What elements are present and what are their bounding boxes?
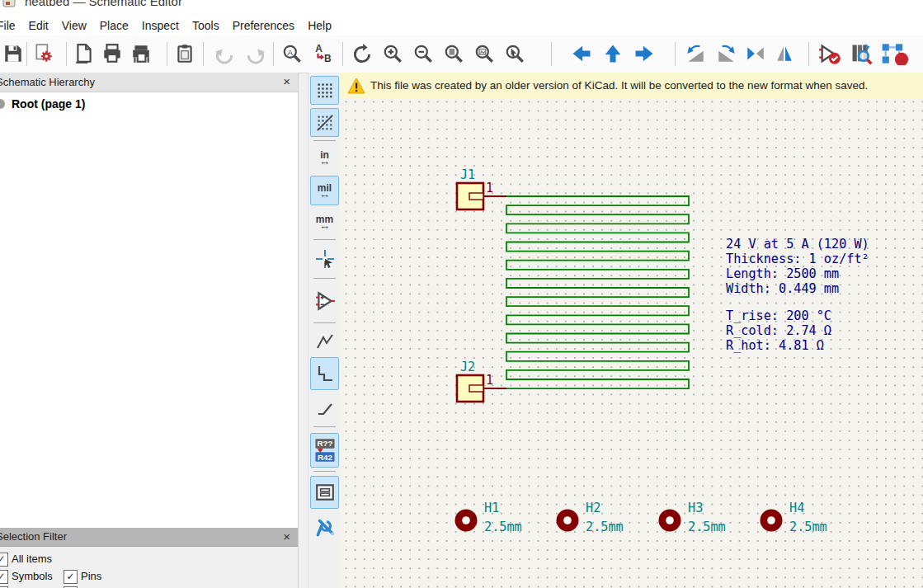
find-replace-button[interactable]: AB bbox=[311, 41, 336, 66]
crosshair-cursor-icon bbox=[315, 249, 335, 269]
checkbox-pins[interactable]: ✓ bbox=[64, 570, 78, 584]
notes-block-thermal: T_rise: 200 °C R_cold: 2.74 Ω R_hot: 4.8… bbox=[726, 308, 831, 353]
redo-button[interactable] bbox=[243, 41, 268, 66]
navigate-back-button[interactable] bbox=[569, 41, 594, 66]
plot-button[interactable] bbox=[129, 41, 153, 66]
units-mils-button[interactable]: mil ↔ bbox=[310, 176, 339, 205]
show-hidden-pins-button[interactable] bbox=[311, 285, 338, 318]
undo-button[interactable] bbox=[212, 41, 237, 66]
checkbox-pins-label: Pins bbox=[81, 570, 101, 582]
connector-J1[interactable]: J1 1 bbox=[457, 167, 506, 209]
selection-filter-panel: Selection Filter × ✓ All items ✓ Symbols… bbox=[0, 528, 299, 588]
free-angle-icon bbox=[315, 332, 335, 351]
schematic-setup-button[interactable] bbox=[31, 41, 56, 66]
refresh-icon bbox=[351, 43, 373, 64]
menu-edit[interactable]: Edit bbox=[22, 16, 55, 35]
print-button[interactable] bbox=[100, 41, 125, 66]
menu-view[interactable]: View bbox=[55, 16, 93, 35]
hierarchy-navigator-button[interactable] bbox=[310, 476, 339, 509]
svg-text:A: A bbox=[315, 43, 323, 54]
grid-dots-button[interactable] bbox=[310, 76, 339, 105]
svg-text:R42: R42 bbox=[318, 453, 333, 462]
grid-overrides-button[interactable] bbox=[310, 108, 339, 137]
navigate-up-button[interactable] bbox=[600, 41, 625, 66]
print-icon bbox=[101, 43, 123, 64]
kicad-schematic-editor-window: heatbed — Schematic Editor File Edit Vie… bbox=[0, 0, 923, 588]
navigate-forward-button[interactable] bbox=[632, 41, 657, 66]
menu-place[interactable]: Place bbox=[93, 16, 135, 35]
plot-icon bbox=[130, 43, 152, 64]
full-crosshair-cursor-button[interactable] bbox=[311, 245, 338, 273]
assign-footprints-button[interactable] bbox=[880, 41, 923, 66]
redo-icon bbox=[245, 43, 266, 64]
forty-five-degree-wires-button[interactable] bbox=[311, 393, 338, 421]
paste-button[interactable] bbox=[172, 41, 197, 66]
mounting-hole-H3[interactable]: H3 2.5mm bbox=[659, 501, 726, 534]
H1-size: 2.5mm bbox=[484, 520, 522, 534]
heater-trace[interactable] bbox=[506, 196, 689, 388]
schematic-drawing: J1 1 J2 1 24 V at 5 A (120 W) Thickness:… bbox=[340, 99, 923, 588]
schematic-grid[interactable]: J1 1 J2 1 24 V at 5 A (120 W) Thickness:… bbox=[340, 99, 923, 588]
save-button[interactable] bbox=[1, 41, 26, 66]
zoom-out-button[interactable] bbox=[411, 41, 436, 66]
menu-inspect[interactable]: Inspect bbox=[135, 16, 186, 35]
note-width: Width: 0.449 mm bbox=[726, 281, 839, 296]
rotate-ccw-button[interactable] bbox=[683, 41, 708, 66]
annotate-button[interactable]: R??R42 bbox=[310, 433, 339, 468]
find-replace-icon: AB bbox=[313, 43, 334, 64]
H2-reference: H2 bbox=[586, 501, 600, 515]
close-icon[interactable]: × bbox=[283, 528, 290, 546]
main-toolbar: A AB bbox=[0, 35, 923, 73]
menu-preferences[interactable]: Preferences bbox=[226, 16, 301, 35]
symbol-library-browser-button[interactable] bbox=[849, 41, 874, 66]
note-thickness: Thickness: 1 oz/ft² bbox=[726, 252, 869, 266]
menu-tools[interactable]: Tools bbox=[186, 16, 226, 35]
menu-help[interactable]: Help bbox=[301, 16, 338, 35]
hidden-pins-icon bbox=[314, 290, 336, 312]
mirror-vertical-icon bbox=[774, 43, 795, 64]
J1-pin-number: 1 bbox=[486, 181, 493, 195]
units-mm-button[interactable]: mm ↔ bbox=[311, 210, 338, 233]
J2-pin-number: 1 bbox=[486, 373, 493, 388]
arrow-left-icon bbox=[570, 42, 593, 65]
checkbox-symbols-label: Symbols bbox=[12, 570, 53, 582]
erc-button[interactable] bbox=[817, 41, 842, 66]
double-arrow-icon: ↔ bbox=[319, 191, 330, 198]
properties-tools-button[interactable] bbox=[311, 512, 338, 542]
find-button[interactable]: A bbox=[280, 41, 304, 66]
mounting-hole-H4[interactable]: H4 2.5mm bbox=[761, 501, 827, 534]
zoom-fit-objects-button[interactable] bbox=[472, 41, 497, 66]
connector-J2[interactable]: J2 1 bbox=[457, 360, 506, 402]
hierarchy-root-label: Root (page 1) bbox=[12, 97, 85, 111]
H2-size: 2.5mm bbox=[586, 520, 624, 534]
forty-five-degree-icon bbox=[315, 397, 335, 417]
checkbox-symbols[interactable]: ✓ bbox=[0, 570, 8, 584]
library-browser-icon bbox=[850, 42, 873, 65]
mirror-vertical-button[interactable] bbox=[772, 41, 797, 66]
find-icon: A bbox=[281, 43, 303, 64]
note-r-hot: R_hot: 4.81 Ω bbox=[726, 338, 824, 353]
page-settings-button[interactable] bbox=[72, 41, 97, 66]
H3-size: 2.5mm bbox=[688, 520, 726, 534]
units-inches-button[interactable]: in ↔ bbox=[311, 146, 338, 169]
hierarchy-root-item[interactable]: Root (page 1) bbox=[0, 97, 85, 111]
arrow-up-icon bbox=[601, 42, 624, 65]
ninety-degree-icon bbox=[315, 364, 335, 383]
zoom-fit-page-button[interactable] bbox=[441, 41, 466, 66]
mirror-horizontal-icon bbox=[745, 43, 766, 64]
menu-file[interactable]: File bbox=[0, 16, 22, 35]
mounting-hole-H2[interactable]: H2 2.5mm bbox=[557, 501, 624, 534]
ninety-degree-wires-button[interactable] bbox=[310, 357, 339, 390]
close-icon[interactable]: × bbox=[283, 73, 290, 91]
rotate-cw-button[interactable] bbox=[714, 41, 739, 66]
sheet-navigator-icon bbox=[314, 482, 336, 503]
checkbox-all-items[interactable]: ✓ bbox=[0, 553, 8, 567]
mirror-horizontal-button[interactable] bbox=[743, 41, 768, 66]
zoom-selection-button[interactable] bbox=[502, 41, 527, 66]
mounting-hole-H1[interactable]: H1 2.5mm bbox=[455, 501, 522, 534]
free-angle-wires-button[interactable] bbox=[311, 328, 338, 355]
refresh-view-button[interactable] bbox=[350, 41, 374, 66]
left-tool-column: in ↔ mil ↔ mm ↔ R??R42 bbox=[308, 73, 341, 588]
zoom-in-button[interactable] bbox=[380, 41, 405, 66]
save-icon bbox=[2, 43, 24, 64]
